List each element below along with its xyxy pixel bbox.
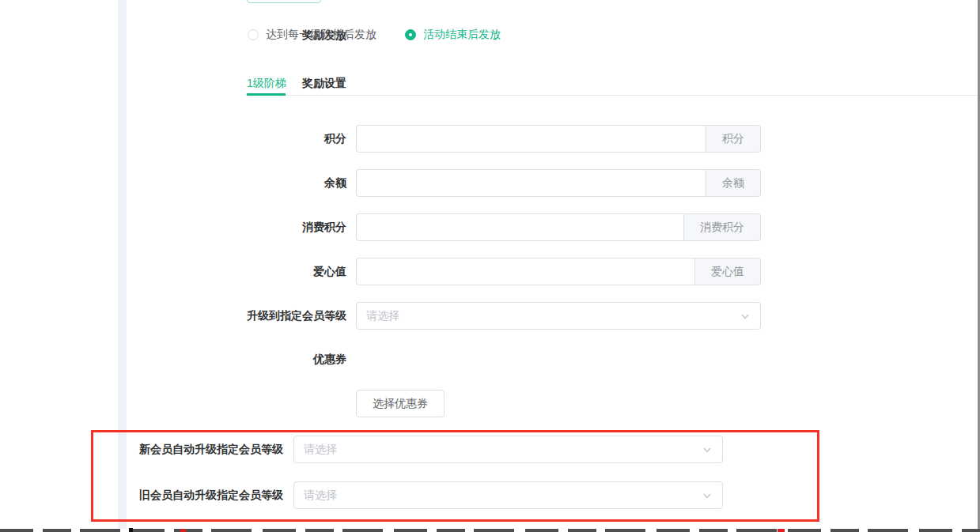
radio-per-tier[interactable]: 达到每一级阶梯后发放 bbox=[248, 26, 376, 43]
clipped-text-fragment-red bbox=[778, 529, 785, 532]
balance-input-group: 余额 bbox=[356, 169, 761, 197]
radio-checked-icon[interactable] bbox=[405, 29, 416, 40]
consume-points-input[interactable] bbox=[356, 213, 683, 241]
clipped-text-row bbox=[0, 529, 980, 532]
new-member-level-select[interactable]: 请选择 bbox=[293, 436, 723, 463]
old-member-level-select-placeholder: 请选择 bbox=[304, 489, 337, 503]
radio-after-activity[interactable]: 活动结束后发放 bbox=[405, 26, 501, 43]
consume-points-input-suffix: 消费积分 bbox=[683, 213, 761, 241]
consume-points-label: 消费积分 bbox=[127, 213, 346, 241]
tab-active-indicator bbox=[247, 93, 286, 96]
member-level-select[interactable]: 请选择 bbox=[356, 302, 761, 330]
points-input-group: 积分 bbox=[356, 125, 761, 153]
love-value-input[interactable] bbox=[356, 258, 694, 285]
clipped-text-fragment-red bbox=[180, 529, 186, 532]
balance-label: 余额 bbox=[127, 169, 346, 197]
cut-off-button[interactable] bbox=[247, 0, 321, 3]
points-input[interactable] bbox=[356, 125, 706, 153]
old-member-level-label: 旧会员自动升级指定会员等级 bbox=[95, 481, 283, 509]
points-label: 积分 bbox=[127, 125, 346, 153]
member-level-select-placeholder: 请选择 bbox=[366, 309, 399, 323]
radio-after-activity-label[interactable]: 活动结束后发放 bbox=[423, 28, 501, 42]
new-member-level-label: 新会员自动升级指定会员等级 bbox=[95, 436, 283, 463]
upgrade-level-label: 升级到指定会员等级 bbox=[127, 302, 346, 330]
radio-unchecked-icon[interactable] bbox=[248, 29, 259, 40]
love-value-label: 爱心值 bbox=[127, 258, 346, 285]
clipped-text-fragment bbox=[129, 528, 133, 532]
page: 奖励发放 达到每一级阶梯后发放 活动结束后发放 奖励设置 1级阶梯 积分 积分 … bbox=[0, 0, 980, 532]
old-member-level-select[interactable]: 请选择 bbox=[293, 481, 723, 509]
chevron-down-icon bbox=[702, 444, 713, 455]
reward-settings-label: 奖励设置 bbox=[127, 73, 346, 93]
points-input-suffix: 积分 bbox=[706, 125, 761, 153]
new-member-level-select-placeholder: 请选择 bbox=[304, 443, 337, 457]
love-value-input-group: 爱心值 bbox=[356, 258, 761, 285]
coupon-label: 优惠券 bbox=[127, 351, 346, 367]
consume-points-input-group: 消费积分 bbox=[356, 213, 761, 241]
radio-per-tier-label[interactable]: 达到每一级阶梯后发放 bbox=[266, 28, 376, 42]
tab-level-1[interactable]: 1级阶梯 bbox=[247, 73, 286, 93]
tab-bar-border bbox=[247, 95, 978, 96]
chevron-down-icon bbox=[740, 311, 751, 322]
select-coupon-button[interactable]: 选择优惠券 bbox=[356, 390, 445, 417]
balance-input[interactable] bbox=[356, 169, 706, 197]
chevron-down-icon bbox=[702, 490, 713, 501]
love-value-input-suffix: 爱心值 bbox=[694, 258, 761, 285]
balance-input-suffix: 余额 bbox=[706, 169, 761, 197]
